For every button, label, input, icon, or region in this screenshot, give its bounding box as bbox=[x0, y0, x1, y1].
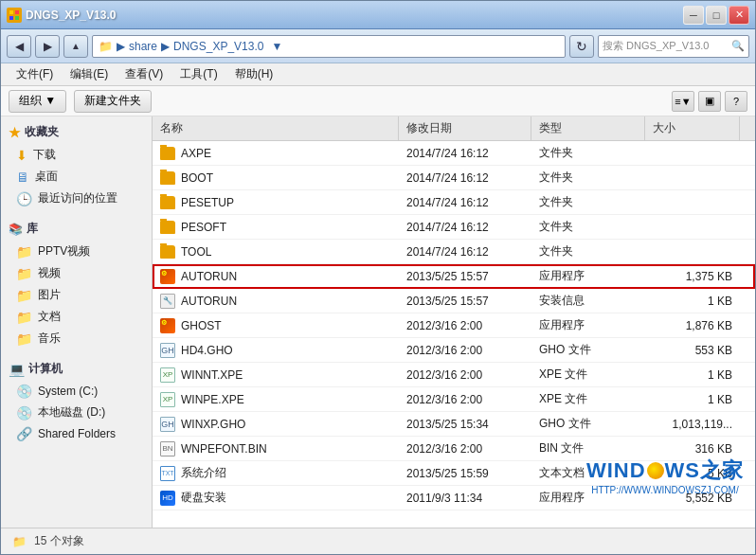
file-name: PESOFT bbox=[181, 221, 226, 234]
new-folder-button[interactable]: 新建文件夹 bbox=[74, 90, 152, 113]
menu-help[interactable]: 帮助(H) bbox=[227, 64, 281, 84]
folder-icon: 📁 bbox=[16, 244, 32, 260]
breadcrumb-separator1: ▶ bbox=[117, 40, 125, 53]
up-button[interactable]: ▲ bbox=[63, 35, 88, 58]
file-size: 5 KB bbox=[645, 465, 740, 482]
table-row[interactable]: BN WNPEFONT.BIN 2012/3/16 2:00 BIN 文件 31… bbox=[153, 437, 755, 461]
file-list-header: 名称 修改日期 类型 大小 bbox=[153, 116, 755, 141]
file-date: 2012/3/16 2:00 bbox=[399, 317, 531, 334]
col-header-name[interactable]: 名称 bbox=[153, 116, 399, 140]
close-button[interactable]: ✕ bbox=[729, 6, 749, 25]
title-bar: DNGS_XP_V13.0 ─ □ ✕ bbox=[1, 1, 755, 29]
table-row[interactable]: PESETUP 2014/7/24 16:12 文件夹 bbox=[153, 190, 755, 215]
sidebar-item-label: 最近访问的位置 bbox=[38, 190, 117, 206]
sidebar-item-label: 音乐 bbox=[38, 331, 61, 347]
file-name: AXPE bbox=[181, 147, 211, 160]
sidebar-library-label: 库 bbox=[27, 221, 38, 237]
sidebar-item-video[interactable]: 📁 视频 bbox=[1, 262, 152, 284]
file-list: AXPE 2014/7/24 16:12 文件夹 BOOT 2014/7/24 … bbox=[153, 141, 755, 528]
breadcrumb-bar[interactable]: 📁 ▶ share ▶ DNGS_XP_V13.0 ▼ bbox=[92, 35, 566, 58]
file-date: 2012/3/16 2:00 bbox=[399, 342, 531, 359]
file-name-cell: ⚙ GHOST bbox=[153, 316, 399, 335]
help-button[interactable]: ? bbox=[725, 91, 747, 112]
file-size bbox=[645, 152, 740, 155]
view-dropdown-button[interactable]: ≡▼ bbox=[672, 91, 694, 112]
col-header-type[interactable]: 类型 bbox=[531, 116, 645, 140]
svg-rect-0 bbox=[9, 10, 13, 14]
maximize-button[interactable]: □ bbox=[706, 6, 727, 25]
table-row[interactable]: 🔧 AUTORUN 2013/5/25 15:57 安装信息 1 KB bbox=[153, 289, 755, 313]
file-type: 文件夹 bbox=[531, 242, 645, 261]
file-date: 2012/3/16 2:00 bbox=[399, 440, 531, 457]
file-size: 316 KB bbox=[645, 440, 740, 457]
file-date: 2013/5/25 15:57 bbox=[399, 268, 531, 285]
sidebar-item-label: 图片 bbox=[38, 287, 61, 303]
table-row[interactable]: ⚙ AUTORUN 2013/5/25 15:57 应用程序 1,375 KB bbox=[153, 264, 755, 289]
menu-file[interactable]: 文件(F) bbox=[9, 64, 61, 84]
file-date: 2014/7/24 16:12 bbox=[399, 170, 531, 187]
sidebar-item-pptv[interactable]: 📁 PPTV视频 bbox=[1, 241, 152, 262]
organize-button[interactable]: 组织 ▼ bbox=[9, 90, 66, 113]
table-row[interactable]: XP WINNT.XPE 2012/3/16 2:00 XPE 文件 1 KB bbox=[153, 363, 755, 387]
table-row[interactable]: GH WINXP.GHO 2013/5/25 15:34 GHO 文件 1,01… bbox=[153, 412, 755, 437]
file-type: 安装信息 bbox=[531, 291, 645, 311]
window-controls: ─ □ ✕ bbox=[683, 6, 749, 25]
breadcrumb-dropdown[interactable]: ▼ bbox=[271, 40, 282, 53]
col-header-size[interactable]: 大小 bbox=[645, 116, 740, 140]
disk-icon: 💿 bbox=[16, 384, 32, 399]
refresh-button[interactable]: ↻ bbox=[569, 35, 594, 58]
panel-button[interactable]: ▣ bbox=[698, 91, 721, 112]
sidebar-section-library: 📚 库 📁 PPTV视频 📁 视频 📁 图片 📁 文档 bbox=[1, 217, 152, 349]
file-name-cell: 🔧 AUTORUN bbox=[153, 292, 399, 311]
sidebar-item-label: PPTV视频 bbox=[38, 243, 90, 260]
table-row[interactable]: ⚙ GHOST 2012/3/16 2:00 应用程序 1,876 KB bbox=[153, 313, 755, 338]
sidebar-item-desktop[interactable]: 🖥 桌面 bbox=[1, 166, 152, 188]
table-row[interactable]: PESOFT 2014/7/24 16:12 文件夹 bbox=[153, 215, 755, 240]
search-bar[interactable]: 搜索 DNGS_XP_V13.0 🔍 bbox=[598, 35, 749, 58]
breadcrumb-folder[interactable]: DNGS_XP_V13.0 bbox=[173, 40, 263, 53]
menu-edit[interactable]: 编辑(E) bbox=[63, 64, 116, 84]
file-type: 文件夹 bbox=[531, 168, 645, 188]
table-row[interactable]: AXPE 2014/7/24 16:12 文件夹 bbox=[153, 141, 755, 166]
table-row[interactable]: TXT 系统介绍 2013/5/25 15:59 文本文档 5 KB bbox=[153, 461, 755, 486]
col-header-date[interactable]: 修改日期 bbox=[399, 116, 531, 140]
forward-button[interactable]: ▶ bbox=[35, 35, 60, 58]
table-row[interactable]: TOOL 2014/7/24 16:12 文件夹 bbox=[153, 240, 755, 264]
file-size: 1,876 KB bbox=[645, 317, 740, 334]
sidebar-item-downloads[interactable]: ⬇ 下载 bbox=[1, 144, 152, 166]
sidebar-favorites-label: 收藏夹 bbox=[25, 124, 59, 140]
sidebar-item-music[interactable]: 📁 音乐 bbox=[1, 328, 152, 349]
table-row[interactable]: HD 硬盘安装 2011/9/3 11:34 应用程序 5,552 KB bbox=[153, 486, 755, 510]
sidebar-favorites-header[interactable]: ★ 收藏夹 bbox=[1, 120, 152, 144]
sidebar-item-pictures[interactable]: 📁 图片 bbox=[1, 284, 152, 306]
sidebar-item-drive-c[interactable]: 💿 System (C:) bbox=[1, 381, 152, 402]
sidebar-item-recent[interactable]: 🕒 最近访问的位置 bbox=[1, 188, 152, 209]
table-row[interactable]: XP WINPE.XPE 2012/3/16 2:00 XPE 文件 1 KB bbox=[153, 387, 755, 412]
menu-view[interactable]: 查看(V) bbox=[117, 64, 171, 84]
minimize-button[interactable]: ─ bbox=[683, 6, 704, 25]
file-name-cell: BOOT bbox=[153, 170, 399, 187]
sidebar-item-shared-folders[interactable]: 🔗 Shared Folders bbox=[1, 423, 152, 444]
sidebar-library-header[interactable]: 📚 库 bbox=[1, 217, 152, 241]
sidebar-item-drive-d[interactable]: 💿 本地磁盘 (D:) bbox=[1, 402, 152, 423]
breadcrumb-icon: 📁 bbox=[99, 40, 113, 53]
file-name-cell: ⚙ AUTORUN bbox=[153, 267, 399, 286]
svg-rect-3 bbox=[15, 16, 19, 20]
back-button[interactable]: ◀ bbox=[7, 35, 31, 58]
file-date: 2014/7/24 16:12 bbox=[399, 219, 531, 236]
file-date: 2014/7/24 16:12 bbox=[399, 145, 531, 162]
file-name-cell: PESOFT bbox=[153, 219, 399, 236]
main-window: DNGS_XP_V13.0 ─ □ ✕ ◀ ▶ ▲ 📁 ▶ share ▶ DN… bbox=[0, 0, 756, 555]
main-content: ★ 收藏夹 ⬇ 下载 🖥 桌面 🕒 最近访问的位置 bbox=[1, 116, 755, 528]
svg-rect-2 bbox=[9, 16, 13, 20]
file-name: AUTORUN bbox=[181, 295, 237, 308]
breadcrumb-share[interactable]: share bbox=[129, 40, 157, 53]
file-name-cell: XP WINNT.XPE bbox=[153, 366, 399, 385]
status-count: 15 个对象 bbox=[34, 533, 84, 549]
sidebar-item-documents[interactable]: 📁 文档 bbox=[1, 306, 152, 328]
table-row[interactable]: GH HD4.GHO 2012/3/16 2:00 GHO 文件 553 KB bbox=[153, 338, 755, 363]
table-row[interactable]: BOOT 2014/7/24 16:12 文件夹 bbox=[153, 166, 755, 190]
search-icon[interactable]: 🔍 bbox=[731, 40, 745, 52]
menu-tools[interactable]: 工具(T) bbox=[172, 64, 225, 84]
sidebar-computer-header[interactable]: 💻 计算机 bbox=[1, 357, 152, 381]
